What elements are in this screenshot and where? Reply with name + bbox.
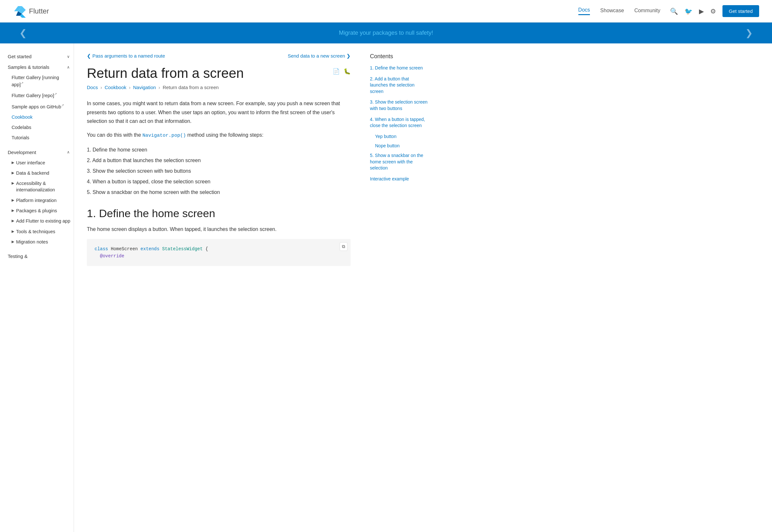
method-text-before: You can do this with the <box>87 132 142 138</box>
header: Flutter Docs Showcase Community 🔍 🐦 ▶ ⚙ … <box>0 0 772 23</box>
banner: ❮ Migrate your packages to null safety! … <box>0 23 772 43</box>
header-icons: 🔍 🐦 ▶ ⚙ <box>670 7 716 15</box>
code-annotation: @override <box>95 253 124 259</box>
toc-sidebar: Contents 1. Define the home screen 2. Ad… <box>363 43 434 532</box>
sidebar-item-flutter-gallery-running[interactable]: Flutter Gallery [running app]↗ <box>8 72 74 90</box>
sidebar-section-get-started[interactable]: Get started ∨ <box>8 51 74 62</box>
sidebar-item-tools[interactable]: ▶ Tools & techniques <box>8 226 74 237</box>
sidebar-item-ui-arrow: ▶ <box>12 160 14 165</box>
flutter-logo-icon <box>13 5 26 18</box>
prev-page-link[interactable]: ❮ Pass arguments to a named route <box>87 53 165 59</box>
sidebar-item-packages-plugins[interactable]: ▶ Packages & plugins <box>8 206 74 216</box>
code-block-1: ⧉ class HomeScreen extends StatelessWidg… <box>87 239 351 266</box>
code-brace: { <box>206 246 208 252</box>
toc-item-2[interactable]: 2. Add a button that launches the select… <box>370 76 428 95</box>
code-line-1: class HomeScreen extends StatelessWidget… <box>95 245 343 252</box>
sidebar-item-accessibility[interactable]: ▶ Accessibility & internationalization <box>8 178 74 195</box>
copy-code-button[interactable]: ⧉ <box>340 242 347 251</box>
toc-item-5[interactable]: 5. Show a snackbar on the home screen wi… <box>370 152 428 171</box>
step-4: 4. When a button is tapped, close the se… <box>87 177 351 187</box>
step-1: 1. Define the home screen <box>87 145 351 155</box>
left-sidebar: Get started ∨ Samples & tutorials ∧ Flut… <box>0 43 74 532</box>
sidebar-item-migration[interactable]: ▶ Migration notes <box>8 237 74 247</box>
nav-docs[interactable]: Docs <box>578 7 590 15</box>
sidebar-item-codelabs[interactable]: Codelabs <box>8 122 74 133</box>
code-classname: HomeScreen <box>111 246 140 252</box>
breadcrumb-path: Docs › Cookbook › Navigation › Return da… <box>87 85 351 90</box>
sidebar-section-samples-label: Samples & tutorials <box>8 64 49 70</box>
sidebar-section-samples[interactable]: Samples & tutorials ∧ <box>8 62 74 72</box>
breadcrumb-docs[interactable]: Docs <box>87 85 98 90</box>
sidebar-item-packages-label: Packages & plugins <box>16 207 57 214</box>
copy-page-icon[interactable]: 📄 <box>333 68 340 75</box>
banner-arrow-left[interactable]: ❮ <box>19 28 27 38</box>
sidebar-section-testing[interactable]: Testing & <box>8 251 74 261</box>
sidebar-section-development-label: Development <box>8 150 36 155</box>
sidebar-section-get-started-label: Get started <box>8 54 32 59</box>
step-2: 2. Add a button that launches the select… <box>87 155 351 166</box>
ext-icon-gallery-repo: ↗ <box>54 92 57 96</box>
nav-community[interactable]: Community <box>634 8 660 15</box>
sidebar-item-data-label: Data & backend <box>16 170 49 176</box>
method-paragraph: You can do this with the Navigator.pop()… <box>87 131 351 140</box>
nav-showcase[interactable]: Showcase <box>600 8 624 15</box>
sidebar-item-packages-arrow: ▶ <box>12 208 14 213</box>
code-kw-extends: extends <box>141 246 160 252</box>
title-actions: 📄 🐛 <box>333 68 351 75</box>
sidebar-section-samples-arrow: ∧ <box>67 65 70 69</box>
sidebar-item-migration-label: Migration notes <box>16 239 48 245</box>
search-icon[interactable]: 🔍 <box>670 7 678 15</box>
toc-item-interactive[interactable]: Interactive example <box>370 176 428 182</box>
breadcrumb-sep-1: › <box>100 85 102 90</box>
page-title: Return data from a screen <box>87 65 244 81</box>
ext-icon-sample-apps: ↗ <box>61 103 64 107</box>
github-icon[interactable]: ⚙ <box>710 7 716 15</box>
code-parent-class: StatelessWidget <box>162 246 203 252</box>
sidebar-item-data-backend[interactable]: ▶ Data & backend <box>8 168 74 178</box>
breadcrumb-navigation[interactable]: Navigation <box>133 85 156 90</box>
get-started-button[interactable]: Get started <box>722 5 759 17</box>
section-1-text: The home screen displays a button. When … <box>87 225 351 234</box>
steps-list: 1. Define the home screen 2. Add a butto… <box>87 145 351 197</box>
bug-report-icon[interactable]: 🐛 <box>344 68 351 75</box>
code-kw-class: class <box>95 246 108 252</box>
main-content: ❮ Pass arguments to a named route Send d… <box>74 43 363 532</box>
next-page-link[interactable]: Send data to a new screen ❯ <box>288 53 351 59</box>
step-3: 3. Show the selection screen with two bu… <box>87 166 351 177</box>
sidebar-item-add-flutter-label: Add Flutter to existing app <box>16 218 70 224</box>
toc-item-4[interactable]: 4. When a button is tapped, close the se… <box>370 116 428 129</box>
sidebar-item-cookbook[interactable]: Cookbook <box>8 112 74 122</box>
main-nav: Docs Showcase Community <box>578 7 660 15</box>
toc-item-1[interactable]: 1. Define the home screen <box>370 65 428 71</box>
sidebar-item-migration-arrow: ▶ <box>12 239 14 244</box>
sidebar-section-testing-label: Testing & <box>8 253 28 259</box>
sidebar-item-flutter-gallery-repo[interactable]: Flutter Gallery [repo]↗ <box>8 90 74 101</box>
step-5: 5. Show a snackbar on the home screen wi… <box>87 187 351 198</box>
sidebar-section-development[interactable]: Development ∧ <box>8 147 74 158</box>
toc-title: Contents <box>370 53 428 60</box>
banner-text: Migrate your packages to null safety! <box>339 30 433 36</box>
logo-area: Flutter <box>13 5 49 18</box>
breadcrumb-cookbook[interactable]: Cookbook <box>105 85 126 90</box>
sidebar-item-add-flutter[interactable]: ▶ Add Flutter to existing app <box>8 216 74 226</box>
sidebar-item-add-flutter-arrow: ▶ <box>12 218 14 223</box>
sidebar-item-sample-apps[interactable]: Sample apps on GitHub↗ <box>8 101 74 112</box>
navigator-pop-link[interactable]: Navigator.pop() <box>142 133 186 138</box>
toc-item-nope[interactable]: Nope button <box>370 143 428 149</box>
youtube-icon[interactable]: ▶ <box>699 7 704 15</box>
toc-item-3[interactable]: 3. Show the selection screen with two bu… <box>370 99 428 112</box>
sidebar-item-data-arrow: ▶ <box>12 170 14 175</box>
toc-item-yep[interactable]: Yep button <box>370 133 428 140</box>
page-nav: ❮ Pass arguments to a named route Send d… <box>87 53 351 59</box>
banner-arrow-right[interactable]: ❯ <box>745 28 753 38</box>
sidebar-item-user-interface[interactable]: ▶ User interface <box>8 158 74 168</box>
method-text-after: method using the following steps: <box>186 132 263 138</box>
intro-paragraph: In some cases, you might want to return … <box>87 99 351 125</box>
sidebar-item-platform-integration[interactable]: ▶ Platform integration <box>8 195 74 206</box>
sidebar-item-tools-label: Tools & techniques <box>16 228 55 235</box>
sidebar-item-tutorials[interactable]: Tutorials <box>8 133 74 143</box>
twitter-icon[interactable]: 🐦 <box>685 7 693 15</box>
code-line-2: @override <box>95 252 343 260</box>
page-title-row: Return data from a screen 📄 🐛 <box>87 65 351 81</box>
sidebar-item-ui-label: User interface <box>16 160 45 166</box>
